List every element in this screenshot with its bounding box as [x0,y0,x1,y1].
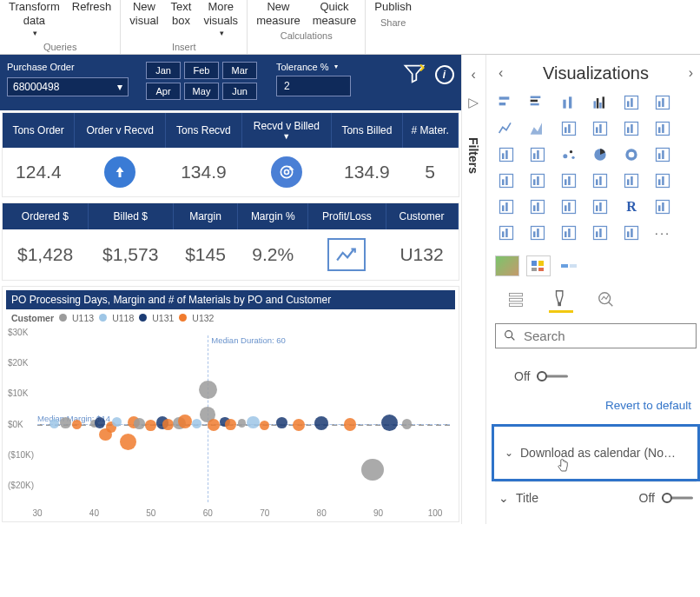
col-header[interactable]: Billed $ [88,203,173,229]
col-header[interactable]: Margin [173,203,237,229]
search-input[interactable] [524,328,689,343]
info-icon[interactable]: i [435,65,454,84]
col-header[interactable]: Customer [386,203,458,229]
data-point[interactable] [208,419,220,431]
viz-type-table[interactable] [558,196,580,217]
col-header[interactable]: Margin % [238,203,308,229]
custom-visual-1[interactable] [495,255,519,276]
col-header[interactable]: Recvd v Billed▼ [241,113,332,148]
col-header[interactable]: # Mater. [402,113,458,148]
data-point[interactable] [361,459,384,481]
custom-visual-2[interactable] [526,255,551,276]
viz-type-key-influencers[interactable] [495,222,518,243]
data-point[interactable] [293,419,305,431]
revert-to-default-link[interactable]: Revert to default [495,392,697,424]
data-point[interactable] [247,416,259,428]
col-header[interactable]: Tons Billed [332,113,403,148]
month-button-jun[interactable]: Jun [222,83,257,100]
download-as-calendar-row[interactable]: ⌄ Download as calendar (No… [501,441,690,465]
data-point[interactable] [134,418,145,429]
data-point[interactable] [344,418,356,430]
quick-measure-button[interactable]: Quick measure [313,0,357,27]
month-button-jan[interactable]: Jan [146,62,181,79]
new-measure-button[interactable]: New measure [256,0,300,27]
viz-type-line[interactable] [495,118,518,139]
tolerance-input[interactable]: 2 [276,76,351,96]
month-button-mar[interactable]: Mar [222,62,257,79]
data-point[interactable] [50,419,59,428]
pane-next-icon[interactable]: › [685,63,697,83]
data-point[interactable] [238,419,247,428]
scatter-chart-visual[interactable]: PO Processing Days, Margin and # of Mate… [2,286,459,522]
viz-type-r-script[interactable]: R [620,196,643,217]
viz-type-funnel[interactable] [526,144,549,165]
viz-type-qna[interactable] [558,222,580,243]
publish-button[interactable]: Publish [374,0,412,14]
viz-type-kpi[interactable] [495,196,518,217]
custom-visual-3[interactable] [558,255,582,276]
viz-type-gauge[interactable] [589,170,611,191]
viz-type-area[interactable] [526,118,549,139]
viz-type-ribbon[interactable] [651,118,674,139]
month-button-may[interactable]: May [184,83,219,100]
new-visual-button[interactable]: New visual [129,0,158,38]
viz-type-stacked-area[interactable] [558,118,580,139]
bookmark-icon[interactable] [466,96,480,113]
col-header[interactable]: Order v Recvd [75,113,166,148]
viz-type-multi-row-card[interactable] [651,170,674,191]
viz-type-clustered-bar-h[interactable] [526,92,549,113]
data-point[interactable] [72,420,82,429]
viz-type-waterfall[interactable] [495,144,518,165]
pane-prev-icon[interactable]: ‹ [495,63,506,83]
transform-data-button[interactable]: Transform data▾ [9,0,60,38]
viz-type-python[interactable] [651,196,674,217]
title-toggle[interactable] [662,492,693,504]
viz-type-stacked-column[interactable] [558,92,580,113]
viz-type-map[interactable] [495,170,518,191]
viz-type-clustered-column[interactable] [589,92,611,113]
month-button-apr[interactable]: Apr [146,83,181,100]
viz-type-line-clustered[interactable] [620,118,643,139]
col-header[interactable]: Tons Order [3,113,75,148]
viz-type-stacked-bar-h[interactable] [495,92,518,113]
viz-type-filled-map[interactable] [526,170,549,191]
viz-type-shape-map[interactable] [558,170,580,191]
data-point[interactable] [276,417,287,428]
viz-type-treemap[interactable] [651,144,674,165]
col-header[interactable]: Ordered $ [3,203,88,229]
format-search[interactable] [495,323,697,348]
viz-type-matrix[interactable] [589,196,611,217]
viz-type-card[interactable] [620,170,643,191]
viz-type-decomposition[interactable] [526,222,549,243]
analytics-tab[interactable] [594,290,618,313]
po-dropdown[interactable]: 68000498 ▾ [7,77,129,96]
data-point[interactable] [112,417,122,427]
viz-type-line-column[interactable] [589,118,611,139]
data-point[interactable] [145,420,156,431]
viz-type-pie[interactable] [589,144,611,165]
viz-type-scatter[interactable] [558,144,580,165]
data-point[interactable] [60,417,71,428]
data-point[interactable] [178,415,192,428]
data-point[interactable] [381,415,398,431]
viz-type-arcgis[interactable] [620,222,643,243]
viz-type-donut[interactable] [620,144,643,165]
property-toggle[interactable] [537,370,568,382]
data-point[interactable] [199,381,217,399]
data-point[interactable] [402,419,412,428]
viz-type-clustered-column-100[interactable] [651,92,674,113]
refresh-button[interactable]: Refresh [72,0,112,38]
col-header[interactable]: Tons Recvd [166,113,241,148]
data-point[interactable] [162,419,174,430]
funnel-filter-icon[interactable] [402,62,426,89]
data-point[interactable] [225,419,236,430]
data-point[interactable] [314,416,328,430]
viz-type-more[interactable]: ··· [651,222,674,243]
title-property-label[interactable]: Title [516,491,632,505]
viz-type-slicer[interactable] [526,196,549,217]
data-point[interactable] [95,417,106,428]
fields-tab[interactable] [504,290,528,313]
format-tab[interactable] [549,290,573,313]
data-point[interactable] [120,434,136,450]
collapse-pane-icon[interactable]: ‹ [468,65,479,84]
